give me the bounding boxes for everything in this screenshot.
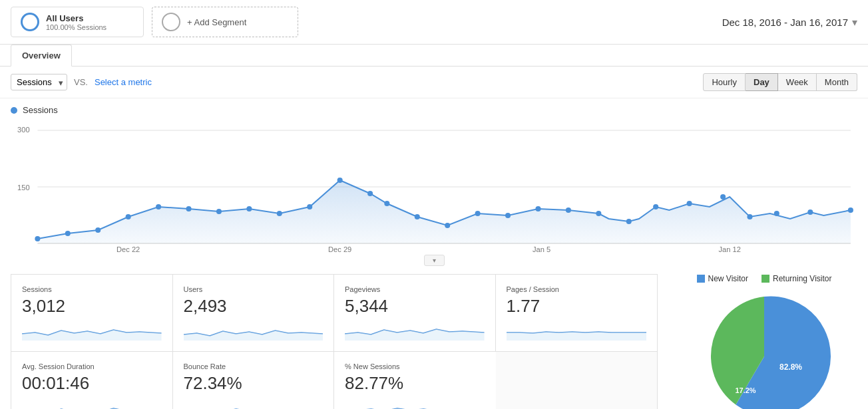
stat-users-value: 2,493 <box>184 296 324 317</box>
stat-sessions-label: Sessions <box>22 285 162 293</box>
stat-pageviews-value: 5,344 <box>345 296 485 317</box>
add-segment-button[interactable]: + Add Segment <box>152 7 298 37</box>
svg-point-12 <box>216 209 222 214</box>
stat-pages-per-session-value: 1.77 <box>507 296 647 317</box>
stat-bounce-rate-label: Bounce Rate <box>184 362 324 370</box>
svg-point-6 <box>35 236 40 241</box>
svg-point-7 <box>65 231 71 236</box>
chart-legend: Sessions <box>11 105 857 115</box>
header: All Users 100.00% Sessions + Add Segment… <box>0 0 868 45</box>
chart-container: 300 150 <box>11 120 857 253</box>
svg-point-18 <box>384 201 389 206</box>
stat-sessions-value: 3,012 <box>22 296 162 317</box>
svg-text:Jan 12: Jan 12 <box>719 245 741 253</box>
stat-pages-per-session-sparkline <box>507 321 647 341</box>
pie-chart: 82.8% 17.2% <box>698 290 831 409</box>
svg-point-32 <box>807 209 813 215</box>
stat-sessions-sparkline <box>22 321 162 341</box>
stat-pages-per-session-label: Pages / Session <box>507 285 647 293</box>
sessions-legend-dot <box>11 107 17 114</box>
svg-point-11 <box>186 206 191 211</box>
returning-visitor-legend: Returning Visitor <box>761 274 832 283</box>
date-range-arrow: ▾ <box>852 16 857 29</box>
metric-select[interactable]: Sessions <box>11 74 67 90</box>
svg-point-21 <box>475 211 481 216</box>
stat-avg-session-label: Avg. Session Duration <box>22 362 162 370</box>
time-btn-month[interactable]: Month <box>817 73 857 91</box>
returning-visitor-legend-label: Returning Visitor <box>773 274 832 283</box>
svg-point-25 <box>596 211 601 216</box>
date-range[interactable]: Dec 18, 2016 - Jan 16, 2017 ▾ <box>722 16 857 29</box>
new-visitor-legend-label: New Visitor <box>708 274 748 283</box>
svg-point-30 <box>747 214 752 219</box>
svg-text:Jan 5: Jan 5 <box>533 245 550 253</box>
stat-new-sessions: % New Sessions 82.77% <box>334 352 496 409</box>
time-btn-hourly[interactable]: Hourly <box>703 73 746 91</box>
svg-point-13 <box>246 206 252 211</box>
svg-text:Dec 22: Dec 22 <box>116 245 140 253</box>
svg-point-14 <box>277 211 282 216</box>
toolbar-left: Sessions VS. Select a metric <box>11 74 152 90</box>
svg-point-28 <box>687 201 692 206</box>
stat-avg-session: Avg. Session Duration 00:01:46 <box>11 352 173 409</box>
svg-point-10 <box>156 204 161 209</box>
stat-new-sessions-sparkline <box>345 398 485 409</box>
svg-marker-41 <box>507 332 647 341</box>
segment-icon <box>21 13 39 31</box>
add-segment-icon <box>162 13 180 31</box>
svg-point-17 <box>367 191 373 196</box>
stat-pageviews-label: Pageviews <box>345 285 485 293</box>
chart-svg: 300 150 <box>11 120 857 253</box>
svg-point-29 <box>720 194 726 200</box>
svg-point-23 <box>535 206 541 211</box>
segment-info: All Users 100.00% Sessions <box>46 13 107 31</box>
pie-legend: New Visitor Returning Visitor <box>697 274 832 283</box>
svg-point-20 <box>445 223 450 228</box>
stats-section: Sessions 3,012 Users 2,493 Pageviews 5,3 <box>0 274 868 409</box>
svg-point-24 <box>566 207 571 213</box>
select-metric-link[interactable]: Select a metric <box>95 77 152 87</box>
svg-point-9 <box>126 214 131 219</box>
svg-point-19 <box>415 214 420 219</box>
sessions-legend-label: Sessions <box>23 105 58 115</box>
stat-bounce-rate: Bounce Rate 72.34% <box>173 352 335 409</box>
new-visitor-legend-color <box>697 275 705 283</box>
stat-users: Users 2,493 <box>173 275 335 352</box>
returning-visitor-legend-color <box>761 275 769 283</box>
segment-subtitle: 100.00% Sessions <box>46 23 107 31</box>
svg-point-16 <box>337 178 343 183</box>
all-users-segment[interactable]: All Users 100.00% Sessions <box>11 7 144 37</box>
stat-bounce-rate-value: 72.34% <box>184 373 324 394</box>
svg-point-15 <box>307 204 312 209</box>
chart-collapse[interactable]: ▾ <box>11 253 857 267</box>
header-segments: All Users 100.00% Sessions + Add Segment <box>11 7 298 37</box>
stat-users-sparkline <box>184 321 324 341</box>
metric-select-wrapper[interactable]: Sessions <box>11 74 67 90</box>
svg-point-33 <box>848 207 853 213</box>
time-btn-week[interactable]: Week <box>778 73 817 91</box>
time-btn-day[interactable]: Day <box>746 73 778 91</box>
vs-label: VS. <box>74 77 88 87</box>
tab-overview[interactable]: Overview <box>11 45 72 67</box>
visitor-pie-section: New Visitor Returning Visitor 82.8% 17.2… <box>658 274 857 409</box>
toolbar: Sessions VS. Select a metric Hourly Day … <box>0 67 868 98</box>
svg-text:150: 150 <box>17 184 30 192</box>
time-buttons: Hourly Day Week Month <box>703 73 857 91</box>
stat-empty <box>496 352 658 409</box>
collapse-arrow-icon[interactable]: ▾ <box>424 255 445 266</box>
stat-avg-session-value: 00:01:46 <box>22 373 162 394</box>
svg-point-22 <box>505 213 511 218</box>
stat-pageviews: Pageviews 5,344 <box>334 275 496 352</box>
svg-point-8 <box>95 227 101 233</box>
svg-text:17.2%: 17.2% <box>735 386 756 394</box>
stat-users-label: Users <box>184 285 324 293</box>
svg-text:82.8%: 82.8% <box>779 362 802 372</box>
svg-point-27 <box>653 204 658 209</box>
segment-title: All Users <box>46 13 107 23</box>
add-segment-label: + Add Segment <box>187 17 246 27</box>
stat-avg-session-sparkline <box>22 398 162 409</box>
svg-text:Dec 29: Dec 29 <box>328 245 351 253</box>
svg-marker-5 <box>37 180 851 243</box>
stat-bounce-rate-sparkline <box>184 398 324 409</box>
date-range-text: Dec 18, 2016 - Jan 16, 2017 <box>722 17 848 28</box>
